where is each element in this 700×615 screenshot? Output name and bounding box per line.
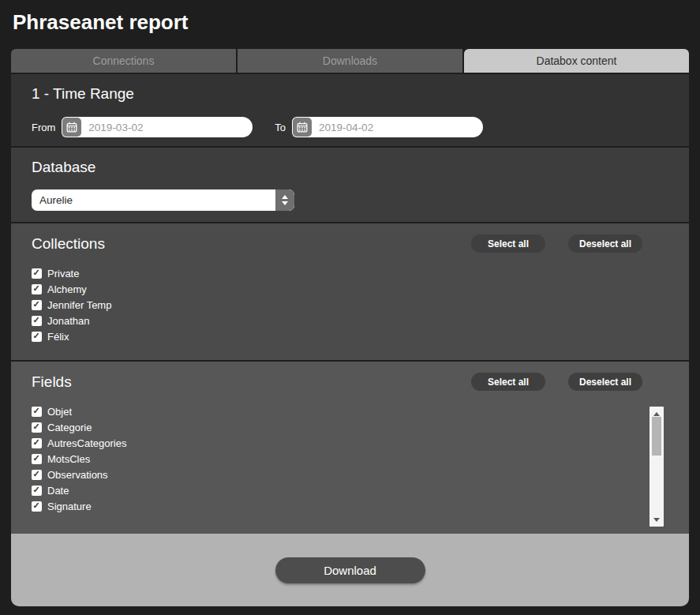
time-range-section: 1 - Time Range From (11, 74, 689, 146)
collection-label: Jennifer Temp (47, 299, 111, 311)
fields-scrollbar[interactable] (649, 407, 664, 527)
collections-deselect-all-button[interactable]: Deselect all (568, 234, 642, 253)
collections-select-all-button[interactable]: Select all (471, 234, 545, 253)
collection-row: Alchemy (32, 281, 668, 297)
report-panel: Connections Downloads Databox content 1 … (11, 49, 689, 606)
collection-label: Jonathan (47, 315, 90, 327)
collections-section: Collections Select all Deselect all Priv… (11, 223, 689, 360)
field-label: Objet (47, 406, 72, 418)
field-checkbox[interactable] (32, 501, 42, 512)
collection-label: Félix (47, 331, 69, 343)
collection-checkbox[interactable] (32, 300, 42, 310)
from-date-input[interactable] (82, 117, 253, 137)
date-row: From To (32, 117, 668, 137)
tab-databox-content[interactable]: Databox content (464, 49, 689, 73)
field-checkbox[interactable] (32, 486, 42, 496)
fields-list: Objet Categorie AutresCategories MotsCle… (32, 403, 668, 514)
field-checkbox[interactable] (32, 407, 42, 417)
field-row: Observations (32, 467, 668, 482)
database-select-value: Aurelie (32, 194, 275, 206)
tab-connections[interactable]: Connections (11, 49, 236, 73)
scrollbar-thumb[interactable] (652, 417, 661, 456)
field-row: AutresCategories (32, 435, 668, 451)
field-row: MotsCles (32, 451, 668, 467)
field-checkbox[interactable] (32, 422, 42, 433)
tab-downloads[interactable]: Downloads (238, 49, 462, 73)
database-section: Database Aurelie (11, 148, 689, 222)
field-label: Categorie (47, 422, 92, 433)
calendar-icon (297, 122, 308, 133)
to-date-field (292, 117, 483, 137)
collection-label: Alchemy (47, 283, 87, 295)
download-button[interactable]: Download (275, 557, 425, 583)
time-range-heading: 1 - Time Range (32, 85, 668, 103)
collection-checkbox[interactable] (32, 316, 42, 326)
from-label: From (32, 122, 55, 133)
collections-heading: Collections (32, 235, 105, 253)
up-down-arrows-icon (275, 189, 294, 211)
field-row: Categorie (32, 419, 668, 435)
collection-label: Private (47, 268, 79, 279)
database-select[interactable]: Aurelie (32, 189, 294, 211)
fields-deselect-all-button[interactable]: Deselect all (568, 373, 642, 391)
fields-heading: Fields (32, 373, 72, 391)
collection-checkbox[interactable] (32, 332, 42, 342)
field-label: Observations (47, 469, 108, 481)
field-checkbox[interactable] (32, 454, 42, 464)
field-row: Signature (32, 498, 668, 514)
field-row: Date (32, 482, 668, 498)
scroll-down-arrow-icon[interactable] (649, 514, 664, 525)
collection-row: Félix (32, 328, 668, 344)
field-label: Signature (47, 501, 92, 512)
collection-checkbox[interactable] (32, 268, 42, 279)
to-date-input[interactable] (313, 117, 483, 137)
to-calendar-button[interactable] (293, 118, 312, 137)
field-checkbox[interactable] (32, 470, 42, 480)
from-calendar-button[interactable] (62, 118, 81, 137)
page-title: Phraseanet report (13, 6, 687, 38)
from-date-field (62, 117, 253, 137)
field-row: Objet (32, 403, 668, 419)
collection-row: Jennifer Temp (32, 297, 668, 313)
to-label: To (275, 122, 286, 133)
field-label: AutresCategories (47, 437, 126, 449)
collection-checkbox[interactable] (32, 284, 42, 294)
collection-row: Private (32, 265, 668, 281)
tab-bar: Connections Downloads Databox content (11, 49, 689, 73)
database-heading: Database (32, 159, 668, 176)
footer: Download (11, 534, 689, 606)
fields-select-all-button[interactable]: Select all (471, 373, 545, 391)
field-checkbox[interactable] (32, 438, 42, 448)
collection-row: Jonathan (32, 313, 668, 328)
collections-list: Private Alchemy Jennifer Temp Jonathan F… (32, 265, 668, 344)
fields-section: Fields Select all Deselect all Objet Cat… (11, 362, 689, 534)
field-label: Date (47, 485, 69, 497)
field-label: MotsCles (47, 453, 90, 465)
calendar-icon (66, 122, 77, 133)
